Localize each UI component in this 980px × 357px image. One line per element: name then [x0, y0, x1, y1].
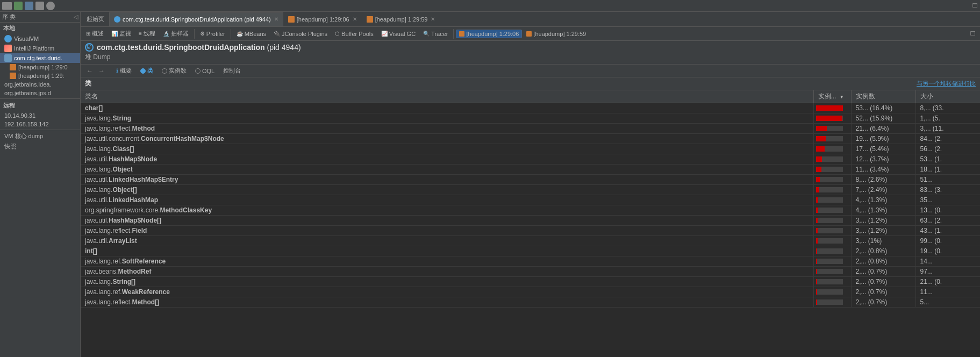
cell-size: 1,... (5.: [915, 113, 980, 124]
tool-mbeans[interactable]: ☕ MBeans: [233, 30, 269, 38]
sidebar-item-heapdump2[interactable]: [heapdump] 1:29:: [0, 72, 80, 80]
sidebar-item-visualvm[interactable]: VisualVM: [0, 34, 80, 44]
table-row[interactable]: java.util.HashMap$Node[]3,... (1.2%)63..…: [81, 216, 980, 226]
tool-heapdump-tab1[interactable]: [heapdump] 1:29:06: [456, 30, 522, 38]
save-all-icon[interactable]: [25, 2, 33, 10]
tool-label: Visual GC: [389, 31, 416, 37]
sidebar-item-remote2[interactable]: 192.168.159.142: [0, 120, 80, 128]
sidebar-item-jetbrains2[interactable]: org.jetbrains.jps.d: [0, 89, 80, 97]
cell-class-name: java.lang.Object[]: [81, 185, 813, 195]
table-row[interactable]: java.lang.String[]2,... (0.7%)21... (0.: [81, 277, 980, 287]
table-row[interactable]: char[]53... (16.4%)8,... (33.: [81, 103, 980, 113]
class-table-container[interactable]: 类名 实例... ▼ 实例数 大小 char[]53... (16.4%)8,.…: [81, 90, 980, 357]
cell-size: 18... (1.: [915, 165, 980, 175]
menu-icon[interactable]: [2, 2, 12, 10]
col-header-bar[interactable]: 实例... ▼: [813, 90, 851, 103]
sidebar-item-heapdump1[interactable]: [heapdump] 1:29:0: [0, 63, 80, 72]
nav-classes[interactable]: 类: [137, 66, 156, 75]
table-row[interactable]: java.lang.reflect.Method[]2,... (0.7%)5.…: [81, 297, 980, 308]
nav-oql[interactable]: OQL: [192, 67, 218, 75]
tool-heapdump-tab2[interactable]: [heapdump] 1:29:59: [523, 30, 589, 38]
cell-size: 99... (0.: [915, 236, 980, 246]
tab-bar: 起始页 com.ctg.test.durid.SpringbootDruidAp…: [81, 12, 980, 27]
cell-size: 5...: [915, 297, 980, 308]
instance-bar: [816, 126, 843, 131]
tool-profiler[interactable]: ⚙ Profiler: [197, 30, 228, 38]
cell-bar: [813, 205, 851, 216]
cell-bar: [813, 236, 851, 246]
table-row[interactable]: java.util.concurrent.ConcurrentHashMap$N…: [81, 134, 980, 144]
sidebar-item-ctg[interactable]: com.ctg.test.durid.: [0, 53, 80, 63]
table-row[interactable]: java.lang.reflect.Method21... (6.4%)3,..…: [81, 124, 980, 134]
cell-count: 2,... (0.7%): [851, 277, 915, 287]
col-header-count[interactable]: 实例数: [851, 90, 915, 103]
nav-console[interactable]: 控制台: [220, 66, 244, 75]
back-button[interactable]: ←: [85, 67, 95, 75]
table-row[interactable]: java.lang.Object[]7,... (2.4%)83... (3.: [81, 185, 980, 195]
cell-bar: [813, 297, 851, 308]
cell-size: 83... (3.: [915, 185, 980, 195]
tab-heapdump1[interactable]: [heapdump] 1:29:06 ✕: [283, 12, 362, 26]
separator-3: [453, 29, 454, 39]
compare-heap-link[interactable]: 与另一个堆转储进行比: [917, 80, 976, 88]
maximize-content-icon[interactable]: 🗖: [970, 31, 978, 37]
tool-tracer[interactable]: 🔍 Tracer: [420, 30, 451, 38]
table-row[interactable]: java.lang.Object11... (3.4%)18... (1.: [81, 165, 980, 175]
forward-button[interactable]: →: [97, 67, 106, 75]
tab-heapdump2[interactable]: [heapdump] 1:29:59 ✕: [362, 12, 440, 26]
tab-label: [heapdump] 1:29:06: [297, 16, 349, 23]
help-icon[interactable]: [46, 2, 55, 10]
instance-bar: [816, 197, 843, 203]
nav-label: 实例数: [169, 67, 187, 75]
save-icon[interactable]: [14, 2, 23, 10]
monitor-icon: 📊: [111, 31, 118, 37]
sidebar: 序 类 ◁ 本地 VisualVM IntelliJ Platform com.…: [0, 12, 81, 357]
tab-label: 起始页: [87, 15, 104, 23]
cell-class-name: java.util.ArrayList: [81, 236, 813, 246]
tool-overview[interactable]: ⊞ 概述: [83, 28, 107, 39]
nav-instances[interactable]: 实例数: [159, 66, 190, 75]
cell-class-name: java.lang.String[]: [81, 277, 813, 287]
tab-start-page[interactable]: 起始页: [82, 12, 109, 26]
table-row[interactable]: java.lang.ref.SoftReference2,... (0.8%)1…: [81, 256, 980, 267]
table-row[interactable]: java.lang.String52... (15.9%)1,... (5.: [81, 113, 980, 124]
cell-count: 2,... (0.7%): [851, 267, 915, 277]
tool-sampler[interactable]: 🔬 抽样器: [160, 28, 192, 39]
sidebar-item-jetbrains1[interactable]: org.jetbrains.idea.: [0, 80, 80, 89]
table-row[interactable]: int[]2,... (0.8%)19... (0.: [81, 246, 980, 256]
table-row[interactable]: java.util.HashMap$Node12... (3.7%)53... …: [81, 154, 980, 165]
tab-close-heap1[interactable]: ✕: [353, 16, 357, 22]
tool-threads[interactable]: ≡ 线程: [135, 28, 159, 39]
sidebar-collapse-icon[interactable]: ◁: [74, 13, 78, 20]
sidebar-item-snapshot[interactable]: 快照: [0, 141, 80, 152]
cell-size: 8,... (33.: [915, 103, 980, 113]
col-header-name[interactable]: 类名: [81, 90, 813, 103]
table-row[interactable]: java.lang.reflect.Field3,... (1.2%)43...…: [81, 226, 980, 236]
tool-buffer[interactable]: ⬡ Buffer Pools: [332, 30, 377, 38]
tool-visualgc[interactable]: 📈 Visual GC: [378, 30, 419, 38]
tab-close-heap2[interactable]: ✕: [431, 16, 435, 22]
settings-icon[interactable]: [35, 2, 44, 10]
cell-class-name: java.lang.ref.SoftReference: [81, 256, 813, 267]
class-table: 类名 实例... ▼ 实例数 大小 char[]53... (16.4%)8,.…: [81, 90, 980, 308]
cell-size: 56... (2.: [915, 144, 980, 154]
table-row[interactable]: java.lang.Class[]17... (5.4%)56... (2.: [81, 144, 980, 154]
tab-app[interactable]: com.ctg.test.durid.SpringbootDruidApplic…: [109, 12, 283, 26]
sidebar-item-intellij[interactable]: IntelliJ Platform: [0, 44, 80, 53]
tab-label: [heapdump] 1:29:59: [375, 16, 428, 23]
table-row[interactable]: java.util.LinkedHashMap$Entry8,... (2.6%…: [81, 175, 980, 185]
tab-close-app[interactable]: ✕: [274, 16, 278, 22]
cell-class-name: java.util.HashMap$Node: [81, 154, 813, 165]
sidebar-item-remote1[interactable]: 10.14.90.31: [0, 111, 80, 120]
table-row[interactable]: java.util.ArrayList3,... (1%)99... (0.: [81, 236, 980, 246]
nav-summary[interactable]: ℹ 概要: [113, 66, 135, 75]
table-row[interactable]: java.util.LinkedHashMap4,... (1.3%)35...: [81, 195, 980, 205]
col-header-size[interactable]: 大小: [915, 90, 980, 103]
table-row[interactable]: java.lang.ref.WeakReference2,... (0.7%)1…: [81, 287, 980, 297]
tool-jconsole[interactable]: 🔌 JConsole Plugins: [270, 30, 331, 38]
table-row[interactable]: java.beans.MethodRef2,... (0.7%)97...: [81, 267, 980, 277]
table-row[interactable]: org.springframework.core.MethodClassKey4…: [81, 205, 980, 216]
tool-monitor[interactable]: 📊 监视: [108, 28, 134, 39]
sidebar-item-vm-dump[interactable]: VM 核心 dump: [0, 131, 80, 141]
maximize-icon[interactable]: 🗖: [972, 3, 978, 9]
